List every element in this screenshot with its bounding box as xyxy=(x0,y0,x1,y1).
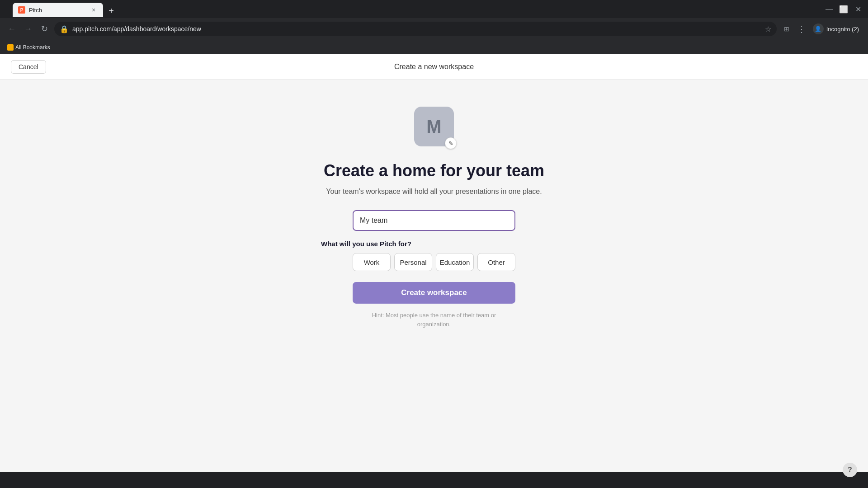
form-container: M ✎ Create a home for your team Your tea… xyxy=(321,107,547,472)
avatar: 👤 xyxy=(813,23,824,34)
bookmarks-folder[interactable]: All Bookmarks xyxy=(4,42,54,53)
usage-option-personal[interactable]: Personal xyxy=(394,253,432,271)
profile-label: Incognito (2) xyxy=(826,26,859,33)
usage-option-education[interactable]: Education xyxy=(436,253,474,271)
team-name-input[interactable] xyxy=(353,210,515,231)
more-options-button[interactable]: ⋮ xyxy=(795,23,807,35)
tab-title: Pitch xyxy=(29,7,86,14)
title-bar: P Pitch × + — ⬜ ✕ xyxy=(0,0,868,18)
maximize-button[interactable]: ⬜ xyxy=(837,3,850,15)
page-title: Create a new workspace xyxy=(394,63,474,71)
profile-button[interactable]: 👤 Incognito (2) xyxy=(809,22,863,36)
avatar-container: M ✎ xyxy=(414,107,454,146)
toolbar-actions: ⊞ ⋮ 👤 Incognito (2) xyxy=(780,22,863,36)
bookmarks-bar: All Bookmarks xyxy=(0,40,868,54)
toolbar: ← → ↻ 🔒 app.pitch.com/app/dashboard/work… xyxy=(0,18,868,40)
close-window-button[interactable]: ✕ xyxy=(852,3,864,15)
usage-option-other[interactable]: Other xyxy=(477,253,515,271)
tab-bar: P Pitch × + xyxy=(9,1,121,17)
forward-button[interactable]: → xyxy=(22,23,34,35)
tab-favicon: P xyxy=(18,6,25,14)
usage-options: Work Personal Education Other xyxy=(353,253,515,271)
url-text: app.pitch.com/app/dashboard/workspace/ne… xyxy=(72,25,761,33)
main-content: M ✎ Create a home for your team Your tea… xyxy=(0,80,868,472)
active-tab[interactable]: P Pitch × xyxy=(13,3,103,17)
hint-text: Hint: Most people use the name of their … xyxy=(362,311,506,328)
create-workspace-button[interactable]: Create workspace xyxy=(353,282,515,304)
form-subtitle: Your team's workspace will hold all your… xyxy=(326,188,542,196)
extensions-icon[interactable]: ⊞ xyxy=(780,23,793,35)
bookmark-label: All Bookmarks xyxy=(15,44,50,51)
help-button[interactable]: ? xyxy=(843,463,857,477)
page-header: Cancel Create a new workspace xyxy=(0,54,868,80)
browser-chrome: P Pitch × + — ⬜ ✕ ← → ↻ 🔒 app.pitch.com/… xyxy=(0,0,868,54)
reload-button[interactable]: ↻ xyxy=(38,23,51,35)
avatar-edit-button[interactable]: ✎ xyxy=(445,137,457,149)
page: Cancel Create a new workspace M ✎ Create… xyxy=(0,54,868,472)
new-tab-button[interactable]: + xyxy=(105,5,118,17)
lock-icon: 🔒 xyxy=(60,25,69,33)
star-icon[interactable]: ☆ xyxy=(765,25,771,33)
form-title: Create a home for your team xyxy=(324,161,544,180)
bookmark-folder-icon xyxy=(7,44,14,51)
cancel-button[interactable]: Cancel xyxy=(11,60,46,74)
usage-question: What will you use Pitch for? xyxy=(321,240,484,248)
minimize-button[interactable]: — xyxy=(823,3,835,15)
tab-close-button[interactable]: × xyxy=(90,6,98,14)
usage-option-work[interactable]: Work xyxy=(353,253,391,271)
back-button[interactable]: ← xyxy=(5,23,18,35)
address-bar[interactable]: 🔒 app.pitch.com/app/dashboard/workspace/… xyxy=(54,22,777,36)
